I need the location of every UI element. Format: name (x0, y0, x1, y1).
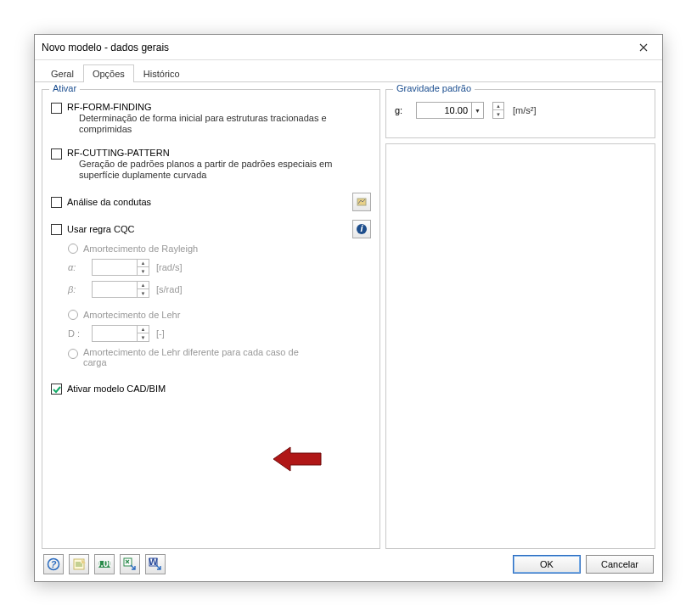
row-lehr: Amortecimento de Lehr (68, 310, 371, 320)
svg-text:0.00: 0.00 (98, 558, 111, 568)
close-button[interactable] (632, 39, 655, 56)
alpha-field[interactable] (93, 262, 137, 272)
gravity-unit: [m/s²] (513, 105, 537, 115)
tab-history[interactable]: Histórico (134, 64, 189, 82)
comment-button[interactable] (69, 554, 89, 574)
help-icon: ? (47, 557, 60, 571)
row-lehr-per-case: Amortecimento de Lehr diferente para cad… (68, 347, 371, 367)
right-column: Gravidade padrão g: ▼ ▲▼ [m/s²] (385, 89, 655, 549)
ok-button[interactable]: OK (513, 555, 581, 574)
footer: ? 0.00 W OK Cancelar (35, 547, 662, 581)
row-cqc: Usar regra CQC i (51, 220, 371, 238)
group-activate-title: Ativar (49, 83, 80, 93)
label-lehr-per-case: Amortecimento de Lehr diferente para cad… (83, 347, 304, 367)
label-rayleigh: Amortecimento de Rayleigh (83, 244, 198, 254)
cancel-button[interactable]: Cancelar (586, 555, 654, 574)
label-piping: Análise da condutas (67, 197, 151, 207)
row-piping: Análise da condutas (51, 193, 371, 211)
dialog-new-model: Novo modelo - dados gerais Geral Opções … (34, 34, 663, 582)
d-field[interactable] (93, 328, 137, 339)
left-column: Ativar RF-FORM-FINDING Determinação de f… (42, 89, 380, 549)
alpha-spinner[interactable]: ▲▼ (137, 260, 149, 275)
word-arrow-icon: W (149, 557, 162, 571)
tab-options[interactable]: Opções (83, 64, 134, 82)
alpha-label: α: (68, 262, 85, 272)
row-rayleigh: Amortecimento de Rayleigh (68, 244, 371, 254)
excel-arrow-icon (123, 557, 137, 571)
d-unit: [-] (156, 328, 165, 339)
help-button[interactable]: ? (43, 554, 64, 574)
note-icon (72, 557, 86, 571)
alpha-input[interactable]: ▲▼ (92, 259, 149, 276)
gravity-label: g: (395, 105, 408, 115)
checkbox-form-finding[interactable] (51, 103, 62, 114)
d-spinner[interactable]: ▲▼ (137, 326, 149, 341)
group-gravity-title: Gravidade padrão (393, 83, 475, 93)
beta-input[interactable]: ▲▼ (92, 281, 149, 298)
tab-general[interactable]: Geral (42, 64, 83, 82)
tab-strip: Geral Opções Histórico (35, 60, 662, 82)
word-export-button[interactable]: W (145, 554, 166, 574)
svg-text:?: ? (51, 559, 57, 569)
chevron-down-icon[interactable]: ▼ (471, 103, 483, 118)
excel-export-button[interactable] (120, 554, 140, 574)
d-label: D : (68, 328, 85, 339)
checkbox-cqc[interactable] (51, 224, 62, 235)
window-title: Novo modelo - dados gerais (42, 42, 632, 53)
gravity-row: g: ▼ ▲▼ [m/s²] (395, 102, 646, 119)
beta-spinner[interactable]: ▲▼ (137, 282, 149, 297)
content-area: Ativar RF-FORM-FINDING Determinação de f… (35, 82, 662, 556)
beta-field[interactable] (93, 284, 137, 294)
checkbox-piping[interactable] (51, 197, 62, 208)
close-icon (639, 43, 648, 52)
row-form-finding: RF-FORM-FINDING Determinação de forma in… (51, 102, 371, 136)
gravity-spinner[interactable]: ▲▼ (492, 102, 504, 119)
checkbox-cutting-pattern[interactable] (51, 148, 62, 160)
alpha-unit: [rad/s] (156, 262, 183, 272)
info-icon: i (356, 223, 368, 235)
row-d: D : ▲▼ [-] (68, 325, 371, 342)
checkbox-cadbim[interactable] (51, 384, 62, 395)
row-alpha: α: ▲▼ [rad/s] (68, 259, 371, 276)
arrow-icon (272, 446, 323, 472)
row-cadbim: Ativar modelo CAD/BIM (51, 383, 371, 395)
gravity-value[interactable] (417, 105, 471, 115)
label-cutting-pattern: RF-CUTTING-PATTERN Geração de padrões pl… (67, 148, 371, 182)
radio-lehr-per-case[interactable] (68, 349, 78, 359)
cqc-sub-block: Amortecimento de Rayleigh α: ▲▼ [rad/s] … (51, 244, 371, 367)
group-gravity: Gravidade padrão g: ▼ ▲▼ [m/s²] (385, 89, 655, 138)
titlebar: Novo modelo - dados gerais (35, 35, 662, 60)
radio-rayleigh[interactable] (68, 244, 78, 254)
row-beta: β: ▲▼ [s/rad] (68, 281, 371, 298)
group-empty (385, 143, 655, 549)
label-cqc: Usar regra CQC (67, 224, 134, 234)
units-icon: 0.00 (98, 557, 111, 571)
units-button[interactable]: 0.00 (94, 554, 115, 574)
row-cutting-pattern: RF-CUTTING-PATTERN Geração de padrões pl… (51, 148, 371, 182)
piping-settings-button[interactable] (352, 193, 371, 211)
beta-unit: [s/rad] (156, 284, 183, 294)
highlight-arrow (272, 446, 323, 473)
d-input[interactable]: ▲▼ (92, 325, 149, 342)
beta-label: β: (68, 284, 85, 294)
cqc-info-button[interactable]: i (352, 220, 371, 238)
label-cadbim: Ativar modelo CAD/BIM (67, 384, 166, 394)
settings-icon (356, 196, 368, 208)
label-lehr: Amortecimento de Lehr (83, 310, 180, 320)
group-activate: Ativar RF-FORM-FINDING Determinação de f… (42, 89, 380, 549)
radio-lehr[interactable] (68, 310, 78, 320)
label-form-finding: RF-FORM-FINDING Determinação de forma in… (67, 102, 371, 136)
gravity-combo[interactable]: ▼ (416, 102, 484, 119)
